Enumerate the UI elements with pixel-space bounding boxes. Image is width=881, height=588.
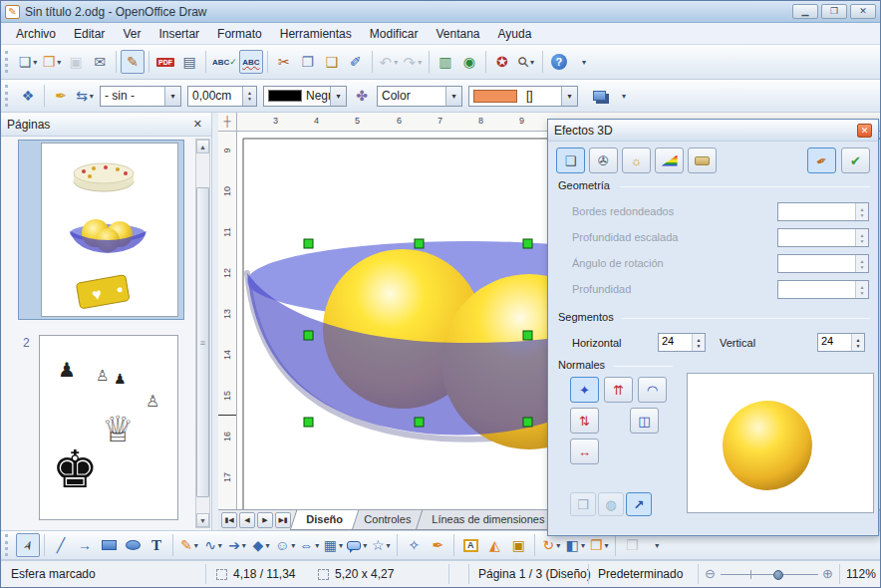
perspective-toggle-button[interactable]: ↗ — [626, 492, 652, 516]
line-tool-button[interactable]: ╱ — [49, 533, 73, 557]
menu-modificar[interactable]: Modificar — [361, 25, 428, 43]
toolbar-overflow-button[interactable]: ▾ — [644, 533, 668, 557]
spinner-arrows[interactable]: ▲▼ — [242, 87, 256, 106]
zoom-out-icon[interactable]: ⊖ — [705, 566, 716, 581]
combo-dropdown-icon[interactable]: ▾ — [445, 87, 461, 106]
undo-button[interactable]: ↶▾ — [377, 50, 401, 74]
zoom-slider-track[interactable] — [721, 574, 818, 575]
zoom-button[interactable]: ⚲▾ — [514, 50, 538, 74]
toolbar-grip[interactable] — [5, 534, 12, 556]
menu-insertar[interactable]: Insertar — [149, 25, 208, 43]
tab-controles[interactable]: Controles — [347, 510, 427, 530]
vertical-segments-input[interactable]: 24▲▼ — [817, 333, 865, 352]
normals-spherical-button[interactable]: ◠ — [638, 377, 667, 403]
pages-scrollbar[interactable]: ▲ ≡ ▼ — [195, 139, 210, 528]
lines-arrows-tool-button[interactable]: ➔▾ — [225, 533, 249, 557]
shadow-button[interactable] — [587, 84, 611, 108]
dropdown-arrow-icon[interactable]: ▾ — [265, 541, 269, 550]
pages-panel-close-icon[interactable]: ✕ — [190, 118, 205, 131]
dropdown-arrow-icon[interactable]: ▾ — [194, 541, 198, 550]
dropdown-arrow-icon[interactable]: ▾ — [605, 541, 609, 550]
line-width-input[interactable]: 0,00cm ▲▼ — [187, 86, 257, 107]
autospellcheck-button[interactable]: ABC — [239, 50, 263, 74]
extrusion-button[interactable]: ❒ — [620, 533, 644, 557]
alignment-button[interactable]: ◧▾ — [563, 533, 587, 557]
paste-button[interactable]: ❑ — [320, 50, 344, 74]
convert-to-lathe-button[interactable]: ◍ — [598, 492, 624, 516]
insert-image-button[interactable]: ▣ — [506, 533, 530, 557]
toolbar-grip[interactable] — [5, 51, 12, 73]
dropdown-arrow-icon[interactable]: ▾ — [394, 58, 398, 67]
dropdown-arrow-icon[interactable]: ▾ — [339, 541, 343, 550]
dropdown-arrow-icon[interactable]: ▾ — [218, 541, 222, 550]
fill-type-select[interactable]: Color ▾ — [377, 86, 462, 107]
next-page-button[interactable]: ▶ — [257, 512, 273, 528]
menu-ver[interactable]: Ver — [114, 25, 149, 43]
effects-3d-titlebar[interactable]: Efectos 3D ✕ — [548, 120, 878, 142]
tab-lineas-de-dimensiones[interactable]: Líneas de dimensiones — [416, 510, 561, 530]
rectangle-tool-button[interactable] — [97, 533, 121, 557]
arrange-button[interactable]: ❐▾ — [587, 533, 611, 557]
normals-object-specific-button[interactable]: ✦ — [570, 377, 599, 403]
menu-ayuda[interactable]: Ayuda — [489, 25, 541, 43]
page-1-thumbnail[interactable]: ♥ — [18, 140, 184, 320]
basic-shapes-tool-button[interactable]: ◆▾ — [249, 533, 273, 557]
symbol-shapes-tool-button[interactable]: ☺▾ — [273, 533, 297, 557]
select-tool-button[interactable]: ➢ — [16, 533, 40, 557]
dropdown-arrow-icon[interactable]: ▾ — [387, 541, 391, 550]
dropdown-arrow-icon[interactable]: ▾ — [242, 541, 246, 550]
rotate-tool-button[interactable]: ↻▾ — [539, 533, 563, 557]
new-document-button[interactable]: ❏▾ — [16, 50, 40, 74]
dropdown-arrow-icon[interactable]: ▾ — [418, 58, 422, 67]
vertical-ruler[interactable]: 9 10 11 12 13 14 15 16 17 — [218, 132, 237, 509]
toolbar-overflow-button[interactable]: ▾ — [611, 84, 635, 108]
close-button[interactable]: ✕ — [850, 4, 876, 19]
last-page-button[interactable]: ▶▮ — [275, 512, 291, 528]
illumination-tab-button[interactable]: ☼ — [622, 147, 651, 173]
minimize-button[interactable]: ▁ — [792, 4, 818, 19]
cut-button[interactable]: ✂ — [272, 50, 296, 74]
block-arrows-tool-button[interactable]: ⇔▾ — [297, 533, 321, 557]
previous-page-button[interactable]: ◀ — [239, 512, 255, 528]
page-style[interactable]: Predeterminado — [598, 567, 683, 581]
glue-points-tool-button[interactable]: ✒ — [426, 533, 449, 557]
curve-tool-button[interactable]: ✎▾ — [177, 533, 201, 557]
line-dialog-button[interactable]: ✒ — [49, 84, 73, 108]
zoom-percent[interactable]: 112% — [846, 567, 876, 581]
menu-editar[interactable]: Editar — [65, 25, 114, 43]
redo-button[interactable]: ↷▾ — [401, 50, 425, 74]
dropdown-arrow-icon[interactable]: ▾ — [291, 541, 295, 550]
rounded-edges-input[interactable]: ▲▼ — [777, 202, 869, 221]
assign-colors-button[interactable]: ✒ — [807, 147, 836, 173]
format-paintbrush-button[interactable]: ✐ — [344, 50, 368, 74]
dropdown-arrow-icon[interactable]: ▾ — [315, 541, 319, 550]
fill-color-select[interactable]: [] ▾ — [468, 86, 578, 107]
material-tab-button[interactable] — [688, 147, 717, 173]
area-dialog-button[interactable]: ✤ — [350, 84, 374, 108]
export-pdf-button[interactable]: PDF — [153, 50, 177, 74]
scaled-depth-input[interactable]: ▲▼ — [777, 228, 869, 247]
edit-points-button[interactable]: ❖ — [16, 84, 40, 108]
normals-flat-button[interactable]: ⇈ — [604, 377, 633, 403]
dropdown-arrow-icon[interactable]: ▾ — [33, 58, 37, 67]
line-style-select[interactable]: - sin - ▾ — [100, 86, 181, 107]
invert-normals-button[interactable]: ⇅ — [570, 408, 599, 434]
dropdown-arrow-icon[interactable]: ▾ — [90, 92, 94, 101]
combo-dropdown-icon[interactable]: ▾ — [164, 87, 180, 106]
spellcheck-button[interactable]: ABC✓ — [210, 50, 239, 74]
line-color-select[interactable]: Negro ▾ — [263, 86, 347, 107]
menu-herramientas[interactable]: Herramientas — [271, 25, 361, 43]
scroll-up-icon[interactable]: ▲ — [196, 140, 209, 153]
dropdown-arrow-icon[interactable]: ▾ — [57, 58, 61, 67]
menu-archivo[interactable]: Archivo — [7, 25, 65, 43]
copy-button[interactable]: ❐ — [296, 50, 320, 74]
apply-button[interactable]: ✔ — [841, 147, 870, 173]
restore-button[interactable]: ❐ — [821, 4, 847, 19]
dropdown-arrow-icon[interactable]: ▾ — [581, 541, 585, 550]
double-sided-button[interactable]: ↔ — [570, 439, 599, 464]
text-tool-button[interactable]: T — [145, 533, 168, 557]
arrow-tool-button[interactable]: → — [73, 533, 97, 557]
combo-dropdown-icon[interactable]: ▾ — [330, 87, 346, 106]
horizontal-segments-input[interactable]: 24▲▼ — [658, 333, 706, 352]
print-button[interactable]: ▤ — [177, 50, 201, 74]
